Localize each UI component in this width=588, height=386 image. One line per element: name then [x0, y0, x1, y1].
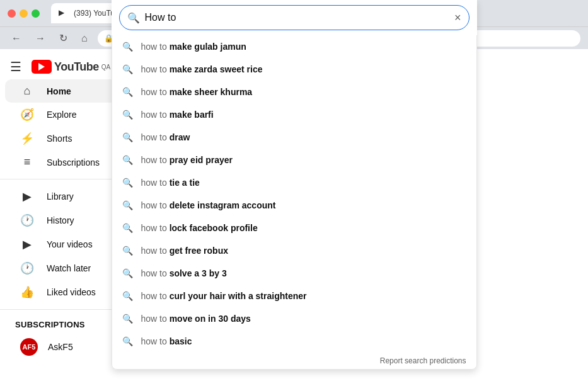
watch-later-icon: 🕐: [20, 261, 34, 275]
suggestion-bold-s2: make zarda sweet rice: [170, 64, 263, 74]
suggestion-search-icon-s13: 🔍: [122, 314, 132, 324]
suggestion-search-icon-s10: 🔍: [122, 246, 132, 256]
suggestion-bold-s13: move on in 30 days: [170, 314, 251, 324]
search-input-row: 🔍 ×: [119, 5, 470, 30]
suggestion-item-s6[interactable]: 🔍 how to pray eid prayer: [112, 149, 476, 171]
fullscreen-traffic-light[interactable]: [32, 9, 40, 18]
suggestion-bold-s1: make gulab jamun: [170, 42, 246, 52]
sidebar-item-history-label: History: [47, 215, 74, 225]
sidebar-item-subscriptions-label: Subscriptions: [47, 157, 100, 167]
back-button[interactable]: ←: [8, 31, 25, 45]
suggestion-item-s10[interactable]: 🔍 how to get free robux: [112, 239, 476, 262]
youtube-logo-icon: [32, 60, 52, 74]
suggestion-bold-s11: solve a 3 by 3: [170, 268, 227, 278]
liked-videos-icon: 👍: [20, 285, 34, 299]
suggestion-search-icon-s7: 🔍: [122, 178, 132, 188]
suggestion-text-s10: how to get free robux: [141, 246, 229, 256]
suggestion-text-s3: how to make sheer khurma: [141, 87, 253, 97]
youtube-logo-badge: QA: [101, 64, 110, 71]
sidebar-item-watch-later-label: Watch later: [47, 263, 91, 273]
suggestion-search-icon-s8: 🔍: [122, 200, 132, 210]
suggestion-item-s8[interactable]: 🔍 how to delete instagram account: [112, 194, 476, 217]
suggestion-item-s4[interactable]: 🔍 how to make barfi: [112, 103, 476, 126]
suggestion-item-s14[interactable]: 🔍 how to basic: [112, 330, 476, 353]
suggestion-bold-s9: lock facebook profile: [170, 223, 258, 233]
history-icon: 🕐: [20, 213, 34, 227]
suggestion-text-s8: how to delete instagram account: [141, 200, 276, 210]
suggestion-search-icon-s11: 🔍: [122, 268, 132, 278]
suggestion-item-s3[interactable]: 🔍 how to make sheer khurma: [112, 81, 476, 103]
suggestion-prefix-s13: how to: [141, 314, 170, 324]
suggestion-prefix-s14: how to: [141, 336, 170, 346]
youtube-logo: YouTubeQA: [32, 60, 110, 74]
suggestion-item-s7[interactable]: 🔍 how to tie a tie: [112, 171, 476, 194]
suggestion-prefix-s10: how to: [141, 246, 170, 256]
suggestion-text-s14: how to basic: [141, 336, 192, 346]
home-button[interactable]: ⌂: [78, 31, 91, 45]
suggestion-bold-s6: pray eid prayer: [170, 155, 233, 165]
suggestion-item-s5[interactable]: 🔍 how to draw: [112, 126, 476, 149]
suggestion-bold-s14: basic: [170, 336, 192, 346]
sidebar-item-shorts-label: Shorts: [47, 133, 72, 144]
sidebar-item-liked-videos-label: Liked videos: [47, 287, 96, 297]
suggestion-text-s7: how to tie a tie: [141, 178, 200, 188]
suggestion-prefix-s3: how to: [141, 87, 170, 97]
tab-favicon: ▶: [59, 8, 69, 18]
suggestion-bold-s8: delete instagram account: [170, 200, 276, 210]
suggestion-text-s4: how to make barfi: [141, 110, 214, 120]
traffic-lights: [8, 9, 40, 18]
your-videos-icon: ▶: [20, 237, 34, 251]
suggestion-search-icon-s12: 🔍: [122, 291, 132, 301]
suggestion-bold-s5: draw: [170, 132, 190, 142]
askf5-avatar-text: AF5: [23, 343, 36, 351]
suggestion-search-icon-s3: 🔍: [122, 87, 132, 97]
suggestion-item-s1[interactable]: 🔍 how to make gulab jamun: [112, 35, 476, 58]
search-clear-button[interactable]: ×: [454, 11, 461, 25]
shorts-icon: ⚡: [20, 132, 34, 145]
youtube-logo-text: YouTube: [54, 60, 99, 74]
sidebar-item-explore-label: Explore: [47, 110, 76, 120]
suggestion-prefix-s12: how to: [141, 291, 170, 301]
suggestion-search-icon-s5: 🔍: [122, 132, 132, 142]
suggestion-text-s5: how to draw: [141, 132, 190, 142]
sidebar-item-your-videos-label: Your videos: [47, 239, 93, 249]
suggestion-item-s2[interactable]: 🔍 how to make zarda sweet rice: [112, 58, 476, 81]
minimize-traffic-light[interactable]: [20, 9, 28, 18]
suggestion-text-s11: how to solve a 3 by 3: [141, 268, 227, 278]
suggestion-bold-s12: curl your hair with a straightener: [170, 291, 307, 301]
suggestion-item-s9[interactable]: 🔍 how to lock facebook profile: [112, 217, 476, 239]
search-dropdown: 🔍 how to make gulab jamun 🔍 how to make …: [112, 35, 477, 370]
suggestion-item-s13[interactable]: 🔍 how to move on in 30 days: [112, 307, 476, 330]
suggestion-text-s12: how to curl your hair with a straightene…: [141, 291, 307, 301]
search-bar-wrapper: 🔍 × 🔍 how to make gulab jamun 🔍 how to m…: [112, 0, 477, 370]
suggestion-search-icon-s14: 🔍: [122, 336, 132, 346]
search-input[interactable]: [145, 12, 449, 23]
suggestion-prefix-s7: how to: [141, 178, 170, 188]
subscriptions-icon: ≡: [20, 156, 34, 169]
search-icon: 🔍: [127, 12, 140, 24]
suggestion-prefix-s1: how to: [141, 42, 170, 52]
forward-button[interactable]: →: [32, 31, 49, 45]
suggestion-search-icon-s9: 🔍: [122, 223, 132, 233]
suggestion-search-icon-s4: 🔍: [122, 110, 132, 120]
suggestion-prefix-s9: how to: [141, 223, 170, 233]
suggestion-bold-s7: tie a tie: [170, 178, 200, 188]
close-traffic-light[interactable]: [8, 9, 16, 18]
suggestion-search-icon-s1: 🔍: [122, 42, 132, 52]
sidebar-item-library-label: Library: [47, 191, 74, 202]
report-search-link[interactable]: Report search predictions: [112, 353, 476, 369]
suggestion-text-s13: how to move on in 30 days: [141, 314, 251, 324]
askf5-avatar: AF5: [20, 338, 38, 356]
suggestion-bold-s10: get free robux: [170, 246, 228, 256]
suggestion-text-s6: how to pray eid prayer: [141, 155, 233, 165]
suggestion-prefix-s6: how to: [141, 155, 170, 165]
suggestion-item-s12[interactable]: 🔍 how to curl your hair with a straighte…: [112, 285, 476, 307]
suggestion-bold-s4: make barfi: [170, 110, 214, 120]
refresh-button[interactable]: ↻: [55, 31, 71, 45]
hamburger-menu-button[interactable]: ☰: [10, 59, 21, 74]
suggestion-item-s11[interactable]: 🔍 how to solve a 3 by 3: [112, 262, 476, 285]
sidebar-item-home-label: Home: [47, 86, 71, 96]
suggestion-search-icon-s2: 🔍: [122, 64, 132, 74]
suggestion-text-s1: how to make gulab jamun: [141, 42, 246, 52]
suggestion-prefix-s2: how to: [141, 64, 170, 74]
